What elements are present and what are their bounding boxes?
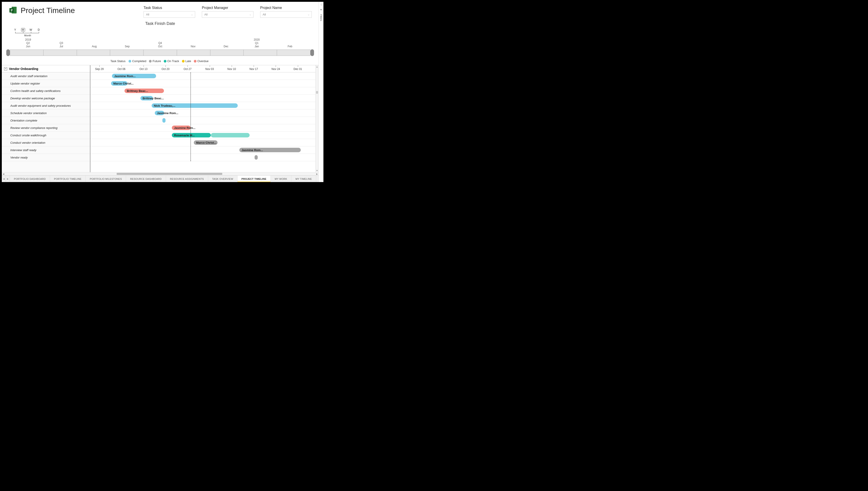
axis-label: Aug <box>92 45 97 48</box>
gantt-row: Brittney Beac... <box>90 95 315 102</box>
range-cell[interactable] <box>244 50 277 56</box>
filter-select-project manager[interactable]: All⌵ <box>202 11 253 18</box>
overview-time-axis: 20192020Q2Q3Q4Q1JunJulAugSepOctNovDecJan… <box>2 38 318 49</box>
chevron-down-icon: ⌵ <box>191 13 193 16</box>
filters-pane-label[interactable]: Filters <box>320 15 323 21</box>
gantt-row: Marco Christ... <box>90 80 315 87</box>
range-cell[interactable] <box>10 50 44 56</box>
task-row-label[interactable]: Vendor ready <box>2 154 90 161</box>
tab-nav-prev[interactable]: ◀ <box>2 176 6 182</box>
gantt-row: Jasmine Rom... <box>90 146 315 154</box>
tab-portfolio-milestones[interactable]: PORTFOLIO MILESTONES <box>86 176 126 182</box>
gantt-bar[interactable]: Rosemarie M... <box>172 133 211 138</box>
task-row-label[interactable]: Update vendor register <box>2 80 90 87</box>
chart-subtitle: Task Finish Date <box>2 21 318 26</box>
scroll-right-arrow[interactable]: ▶ <box>315 172 318 175</box>
legend-dot <box>164 60 166 62</box>
gantt-column-label: Sep 29 <box>95 67 104 70</box>
legend-item[interactable]: On Track <box>164 59 179 63</box>
hscroll-thumb[interactable] <box>117 173 222 175</box>
filter-select-project name[interactable]: All⌵ <box>260 11 312 18</box>
gantt-bar[interactable]: Nick Trudeau,... <box>151 103 238 108</box>
date-range-slider[interactable] <box>6 49 314 56</box>
tab-my-timeline[interactable]: MY TIMELINE <box>291 176 316 182</box>
task-row-label[interactable]: Orientation complete <box>2 117 90 124</box>
scroll-down-arrow[interactable]: ▼ <box>315 169 318 172</box>
task-row-label[interactable]: Develop vendor welcome package <box>2 95 90 102</box>
tab-resource-assignments[interactable]: RESOURCE ASSIGNMENTS <box>166 176 208 182</box>
page-title: Project Timeline <box>21 6 75 15</box>
horizontal-scrollbar[interactable]: ◀ ▶ <box>2 172 318 175</box>
task-row-label[interactable]: Review vendor compliance reporting <box>2 124 90 132</box>
task-row-label[interactable]: Interview staff ready <box>2 146 90 154</box>
zoom-label: Month <box>24 34 31 37</box>
range-cell[interactable] <box>177 50 211 56</box>
gantt-column-label: Nov 24 <box>271 67 280 70</box>
legend-item[interactable]: Future <box>149 59 161 63</box>
gantt-bar[interactable] <box>211 133 250 138</box>
collapse-filters-icon[interactable]: ⟨ <box>321 3 321 6</box>
axis-label: 2019 <box>25 38 31 41</box>
gantt-bar[interactable]: Jasmine Rom... <box>155 111 164 115</box>
gantt-vertical-scrollbar[interactable]: ▲ ▼ <box>315 65 318 172</box>
range-handle-left[interactable] <box>6 49 10 56</box>
gantt-bar[interactable]: Brittney Beac... <box>124 89 164 93</box>
funnel-icon[interactable]: ▼ <box>320 8 322 11</box>
zoom-option-Y[interactable]: Y <box>14 28 16 31</box>
collapse-group-button[interactable]: − <box>4 67 7 70</box>
task-row-label[interactable]: Schedule vendor orientation <box>2 109 90 117</box>
legend-title: Task Status <box>110 59 125 63</box>
zoom-level-selector[interactable]: YMWD <box>11 28 43 31</box>
range-handle-right[interactable] <box>310 49 314 56</box>
axis-label: Sep <box>125 45 130 48</box>
gantt-bar[interactable]: Jasmine Rom... <box>239 148 301 152</box>
gantt-row: Nick Trudeau,... <box>90 102 315 109</box>
axis-label: Q3 <box>59 41 63 45</box>
gantt-bar[interactable]: Brittney Beac... <box>140 96 153 100</box>
tab-my-work[interactable]: MY WORK <box>271 176 291 182</box>
legend-item[interactable]: Late <box>182 59 191 63</box>
task-row-label[interactable]: Confirm health and safety certifications <box>2 87 90 95</box>
range-cell[interactable] <box>144 50 177 56</box>
range-cell[interactable] <box>211 50 244 56</box>
range-cell[interactable] <box>110 50 144 56</box>
range-cell[interactable] <box>77 50 110 56</box>
task-row-label[interactable]: Conduct onsite walkthrough <box>2 132 90 139</box>
tab-nav-next[interactable]: ▶ <box>6 176 10 182</box>
tab-portfolio-timeline[interactable]: PORTFOLIO TIMELINE <box>50 176 86 182</box>
gantt-row <box>90 154 315 161</box>
task-row-label[interactable]: Audit vendor staff orientation <box>2 73 90 80</box>
task-row-label[interactable]: Conduct vendor orientation <box>2 139 90 146</box>
gantt-row: Rosemarie M... <box>90 132 315 139</box>
gantt-bar[interactable]: Jasmine Rom... <box>172 125 191 130</box>
scroll-up-arrow[interactable]: ▲ <box>315 65 318 68</box>
scroll-left-arrow[interactable]: ◀ <box>2 172 5 175</box>
gantt-bar[interactable] <box>255 155 258 160</box>
zoom-option-D[interactable]: D <box>38 28 40 31</box>
tab-task-overview[interactable]: TASK OVERVIEW <box>208 176 237 182</box>
gantt-column-label: Oct 20 <box>162 67 169 70</box>
range-cell[interactable] <box>277 50 310 56</box>
range-cell[interactable] <box>44 50 77 56</box>
vscroll-thumb[interactable] <box>316 91 318 94</box>
zoom-option-M[interactable]: M <box>21 28 25 32</box>
gantt-bar[interactable]: Marco Christ... <box>111 81 128 86</box>
axis-label: 2020 <box>254 38 260 41</box>
gantt-bar[interactable]: Jasmine Rom... <box>112 74 156 78</box>
gantt-row: Jasmine Rom... <box>90 109 315 117</box>
tab-portfolio-dashboard[interactable]: PORTFOLIO DASHBOARD <box>10 176 50 182</box>
gantt-row: Brittney Beac... <box>90 87 315 95</box>
tab-project-timeline[interactable]: PROJECT TIMELINE <box>237 176 271 182</box>
legend-item[interactable]: Overdue <box>194 59 208 63</box>
task-row-label[interactable]: Audit vendor equipment and safety proced… <box>2 102 90 109</box>
gantt-bar[interactable] <box>162 118 166 123</box>
filter-select-task status[interactable]: All⌵ <box>144 11 195 18</box>
legend-item[interactable]: Completed <box>129 59 146 63</box>
zoom-option-W[interactable]: W <box>30 28 32 31</box>
gantt-column-label: Oct 27 <box>184 67 192 70</box>
gantt-row <box>90 117 315 124</box>
axis-label: Dec <box>224 45 228 48</box>
tab-resource-dashboard[interactable]: RESOURCE DASHBOARD <box>126 176 166 182</box>
gantt-bar[interactable]: Marco Christ... <box>194 140 217 145</box>
legend-dot <box>129 60 131 62</box>
